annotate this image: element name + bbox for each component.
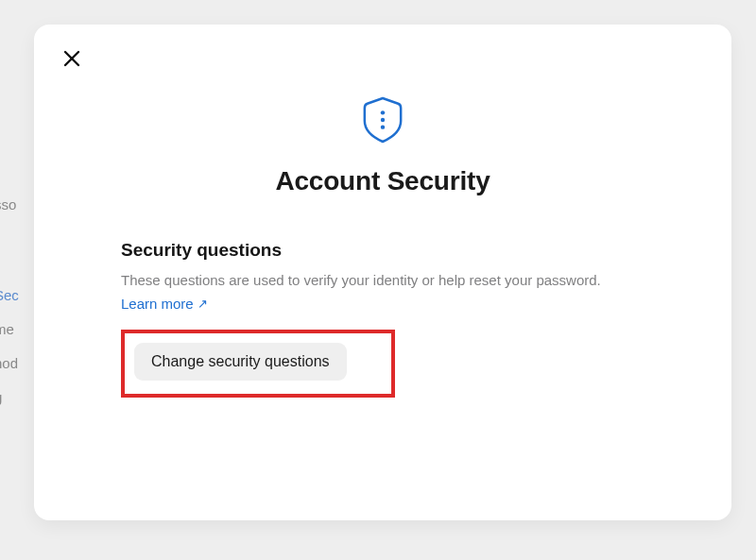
external-link-icon: ↗ bbox=[198, 297, 208, 311]
shield-icon bbox=[359, 94, 406, 145]
close-button[interactable] bbox=[59, 45, 85, 72]
learn-more-link[interactable]: Learn more ↗ bbox=[121, 296, 208, 312]
modal-title: Account Security bbox=[275, 166, 490, 196]
svg-point-4 bbox=[381, 125, 385, 128]
account-security-modal: Account Security Security questions Thes… bbox=[34, 25, 731, 520]
annotation-highlight: Change security questions bbox=[121, 330, 395, 398]
svg-point-3 bbox=[381, 118, 385, 122]
svg-point-2 bbox=[381, 110, 385, 114]
security-questions-section: Security questions These questions are u… bbox=[53, 196, 713, 398]
close-icon bbox=[60, 47, 83, 70]
learn-more-label: Learn more bbox=[121, 296, 194, 312]
section-heading: Security questions bbox=[121, 240, 650, 261]
change-security-questions-button[interactable]: Change security questions bbox=[134, 343, 347, 381]
modal-header: Account Security bbox=[53, 43, 713, 196]
section-description: These questions are used to verify your … bbox=[121, 270, 650, 290]
